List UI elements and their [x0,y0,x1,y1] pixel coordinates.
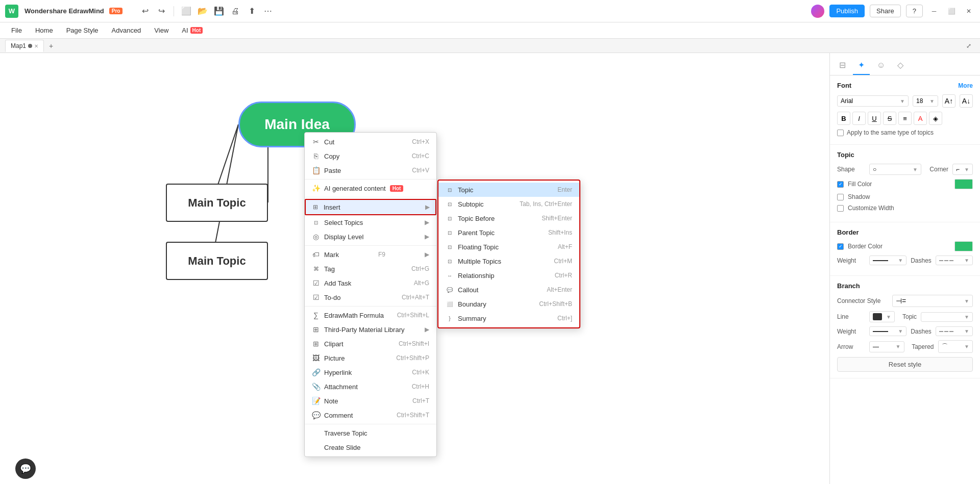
border-color-checkbox[interactable]: ✓ [837,243,844,250]
branch-tapered-select[interactable]: ⌒ ▼ [938,340,973,353]
apply-same-checkbox[interactable] [837,130,844,136]
export-button[interactable]: ⬆ [246,5,258,17]
bold-button[interactable]: B [837,112,850,125]
minimize-button[interactable]: ─ [928,5,940,17]
submenu-callout[interactable]: 💬 Callout Alt+Enter [438,283,579,297]
shadow-checkbox[interactable] [837,194,844,200]
shape-select[interactable]: ○ ▼ [869,164,921,175]
font-more-button[interactable]: More [958,82,973,89]
reset-style-button[interactable]: Reset style [837,357,973,372]
ctx-paste[interactable]: 📋 Paste Ctrl+V [305,163,436,177]
panel-tab-layout[interactable]: ⊟ [834,56,851,75]
italic-button[interactable]: I [852,112,866,125]
font-grow-button[interactable]: A↑ [942,94,955,108]
ctx-insert[interactable]: ⊞ Insert ▶ [305,199,436,215]
topic-node-1[interactable]: Main Topic [166,184,268,222]
branch-arrow-select[interactable]: — ▼ [869,341,904,352]
panel-tab-shape[interactable]: ◇ [892,56,909,75]
align-button[interactable]: ≡ [898,112,912,125]
tab-map1[interactable]: Map1 ✕ [5,40,44,52]
fullscreen-button[interactable]: ⤢ [963,40,975,52]
font-shrink-button[interactable]: A↓ [960,94,973,108]
submenu-parent-topic[interactable]: ⊡ Parent Topic Shift+Ins [438,225,579,240]
connector-style-select[interactable]: ⊣= ▼ [892,295,973,307]
open-file-button[interactable]: 📂 [197,5,209,17]
border-color-swatch[interactable] [954,241,973,251]
redo-button[interactable]: ↪ [155,5,167,17]
branch-weight-select[interactable]: ▼ [869,326,906,336]
new-file-button[interactable]: ⬜ [180,5,192,17]
ctx-tag[interactable]: ⌘ Tag Ctrl+G [305,262,436,276]
save-button[interactable]: 💾 [213,5,225,17]
font-family-select[interactable]: Arial ▼ [837,95,909,107]
close-button[interactable]: ✕ [963,5,975,17]
ctx-hyperlink[interactable]: 🔗 Hyperlink Ctrl+K [305,365,436,379]
submenu-relationship[interactable]: ↔ Relationship Ctrl+R [438,268,579,283]
submenu-topic[interactable]: ⊡ Topic Enter [438,183,579,197]
ctx-ai[interactable]: ✨ AI generated content Hot [305,181,436,195]
branch-topic-select[interactable]: ▼ [921,312,973,322]
ctx-edrawmath[interactable]: ∑ EdrawMath Formula Ctrl+Shift+L [305,308,436,322]
ctx-tag-shortcut: Ctrl+G [411,265,429,272]
menu-advanced[interactable]: Advanced [106,24,148,36]
maximize-button[interactable]: ⬜ [945,5,958,17]
share-button[interactable]: Share [870,5,901,17]
submenu-boundary[interactable]: ⬜ Boundary Ctrl+Shift+B [438,297,579,311]
branch-dashes-select[interactable]: ▼ [936,326,973,336]
ctx-display-level[interactable]: ◎ Display Level ▶ [305,230,436,244]
undo-button[interactable]: ↩ [139,5,151,17]
ctx-note[interactable]: 📝 Note Ctrl+T [305,394,436,408]
chat-button[interactable]: 💬 [15,458,36,479]
topic-node-2[interactable]: Main Topic [166,242,268,280]
font-family-value: Arial [841,97,853,105]
font-color-button[interactable]: A [914,112,927,125]
ctx-traverse[interactable]: Traverse Topic [305,426,436,440]
ctx-todo[interactable]: ☑ To-do Ctrl+Alt+T [305,290,436,304]
submenu-relationship-icon: ↔ [446,271,454,279]
menu-file[interactable]: File [5,24,28,36]
submenu-topic-before[interactable]: ⊡ Topic Before Shift+Enter [438,211,579,225]
new-tab-button[interactable]: + [46,41,56,51]
fill-color-checkbox[interactable]: ✓ [837,181,844,188]
submenu-multiple-topics[interactable]: ⊡ Multiple Topics Ctrl+M [438,254,579,268]
more-tools-button[interactable]: ⋯ [262,5,274,17]
publish-button[interactable]: Publish [829,5,865,17]
help-button[interactable]: ? [906,5,923,17]
border-weight-select[interactable]: ▼ [869,256,906,265]
underline-button[interactable]: U [868,112,881,125]
ctx-add-task[interactable]: ☑ Add Task Alt+G [305,276,436,290]
ctx-create-slide[interactable]: Create Slide [305,440,436,454]
highlight-button[interactable]: ◈ [929,112,942,125]
submenu-subtopic[interactable]: ⊡ Subtopic Tab, Ins, Ctrl+Enter [438,197,579,211]
branch-line-select[interactable]: ▼ [869,311,895,322]
menu-home[interactable]: Home [29,24,59,36]
font-size-input[interactable]: 18 ▼ [913,95,938,107]
ctx-cut[interactable]: ✂ Cut Ctrl+X [305,135,436,149]
mark-icon: 🏷 [312,250,320,259]
tab-close-button[interactable]: ✕ [34,43,38,49]
submenu-summary[interactable]: } Summary Ctrl+] [438,311,579,325]
ctx-comment[interactable]: 💬 Comment Ctrl+Shift+T [305,408,436,422]
canvas[interactable]: Main Idea Main Topic Main Topic ✂ Cut Ct… [0,53,829,484]
menu-page-style[interactable]: Page Style [60,24,105,36]
corner-select[interactable]: ⌐ ▼ [952,164,973,175]
border-dashes-select[interactable]: ▼ [936,256,973,265]
branch-section-title: Branch [837,282,973,290]
fill-color-swatch[interactable] [954,179,973,189]
ctx-attachment[interactable]: 📎 Attachment Ctrl+H [305,379,436,394]
ctx-copy[interactable]: ⎘ Copy Ctrl+C [305,149,436,163]
strikethrough-button[interactable]: S [883,112,896,125]
ctx-clipart[interactable]: ⊞ Clipart Ctrl+Shift+I [305,337,436,351]
print-button[interactable]: 🖨 [229,5,241,17]
submenu-floating-topic[interactable]: ⊡ Floating Topic Alt+F [438,240,579,254]
ctx-third-party-label: Third-Party Material Library [324,326,405,334]
menu-view[interactable]: View [148,24,175,36]
ctx-picture[interactable]: 🖼 Picture Ctrl+Shift+P [305,351,436,365]
panel-tab-ai[interactable]: ✦ [853,56,870,75]
customize-width-checkbox[interactable] [837,205,844,212]
menu-ai[interactable]: AI Hot [176,24,209,36]
panel-tab-location[interactable]: ☺ [872,57,890,75]
ctx-mark[interactable]: 🏷 Mark F9 ▶ [305,247,436,262]
ctx-third-party[interactable]: ⊞ Third-Party Material Library ▶ [305,322,436,337]
ctx-select-topics[interactable]: ⊡ Select Topics ▶ [305,215,436,230]
